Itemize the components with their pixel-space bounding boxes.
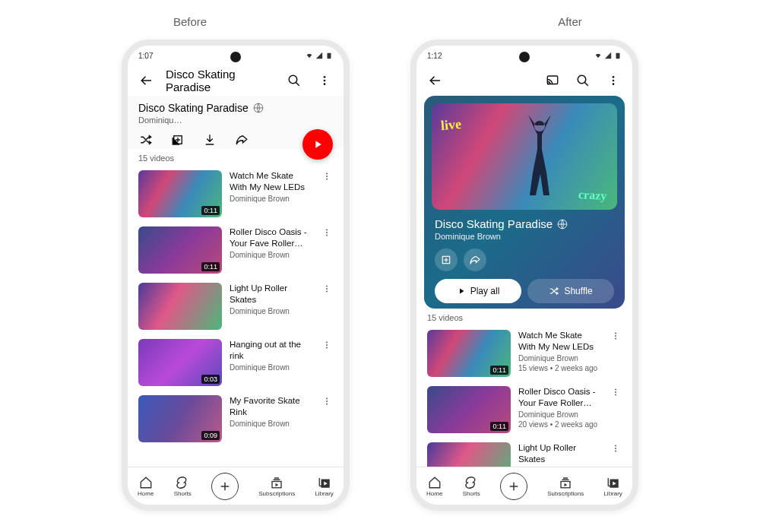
svg-point-20 xyxy=(326,401,328,402)
video-more-button[interactable] xyxy=(321,170,333,217)
nav-home[interactable]: Home xyxy=(426,476,442,497)
more-vert-icon xyxy=(322,397,331,406)
nav-library[interactable]: Library xyxy=(315,476,333,497)
video-thumbnail[interactable]: 0:11 xyxy=(427,386,511,433)
overflow-button[interactable] xyxy=(602,69,625,92)
download-button[interactable] xyxy=(202,132,217,147)
hero-thumbnail[interactable]: live crazy xyxy=(432,103,617,210)
search-button[interactable] xyxy=(572,69,594,92)
video-more-button[interactable] xyxy=(610,386,622,433)
label-before: Before xyxy=(76,15,304,28)
nav-subscriptions[interactable]: Subscriptions xyxy=(258,476,295,497)
more-vert-icon xyxy=(611,388,620,397)
more-vert-icon xyxy=(322,284,331,293)
video-row[interactable]: 0:09 My Favorite Skate Rink Dominique Br… xyxy=(128,391,344,447)
nav-create[interactable] xyxy=(211,473,239,500)
video-title: Light Up Roller Skates xyxy=(518,442,602,465)
video-thumbnail[interactable]: 0:11 xyxy=(427,330,511,377)
overflow-button[interactable] xyxy=(313,69,336,92)
video-more-button[interactable] xyxy=(321,339,333,386)
nav-create[interactable] xyxy=(500,473,527,500)
video-more-button[interactable] xyxy=(610,442,622,467)
back-button[interactable] xyxy=(424,69,447,92)
nav-subscriptions[interactable]: Subscriptions xyxy=(547,476,584,497)
svg-point-10 xyxy=(326,230,328,231)
video-thumbnail[interactable]: 0:03 xyxy=(138,339,222,386)
app-bar: Disco Skating Paradise xyxy=(128,65,344,96)
playlist-info: Disco Skating Paradise Dominiqu… xyxy=(128,96,344,128)
video-title: Roller Disco Oasis - Your Fave Roller Di… xyxy=(518,386,602,409)
video-title: Watch Me Skate With My New LEDs xyxy=(518,330,602,353)
nav-home-label: Home xyxy=(426,490,442,497)
search-button[interactable] xyxy=(283,69,306,92)
duration-badge: 0:11 xyxy=(201,206,220,215)
bottom-nav: Home Shorts Subscriptions Library xyxy=(416,467,632,505)
video-more-button[interactable] xyxy=(610,330,622,377)
more-vert-icon xyxy=(611,444,620,453)
video-thumbnail[interactable] xyxy=(138,283,222,330)
video-row[interactable]: Light Up Roller Skates Dominique Brown xyxy=(416,438,632,467)
cast-button[interactable] xyxy=(541,69,564,92)
video-row[interactable]: 0:11 Watch Me Skate With My New LEDs Dom… xyxy=(128,166,344,222)
svg-point-4 xyxy=(324,83,326,85)
video-row[interactable]: 0:11 Watch Me Skate With My New LEDs Dom… xyxy=(416,325,632,382)
hero-title: Disco Skating Paradise xyxy=(435,217,553,230)
video-thumbnail[interactable]: 0:11 xyxy=(138,170,222,217)
share-button[interactable] xyxy=(234,132,249,147)
video-author: Dominique Brown xyxy=(230,251,313,259)
svg-point-28 xyxy=(613,76,615,78)
svg-point-35 xyxy=(615,338,616,340)
svg-point-33 xyxy=(615,333,616,334)
shuffle-button[interactable] xyxy=(138,132,154,147)
video-row[interactable]: 0:11 Roller Disco Oasis - Your Fave Roll… xyxy=(416,382,632,438)
video-row[interactable]: Light Up Roller Skates Dominique Brown xyxy=(128,278,344,334)
svg-point-40 xyxy=(615,448,616,449)
video-row[interactable]: 0:11 Roller Disco Oasis - Your Fave Roll… xyxy=(128,222,344,278)
video-more-button[interactable] xyxy=(321,226,333,274)
playlist-hero: live crazy Disco Skating Paradise Domini… xyxy=(424,96,625,309)
video-author: Dominique Brown xyxy=(518,354,602,363)
search-icon xyxy=(576,74,590,87)
video-list[interactable]: 0:11 Watch Me Skate With My New LEDs Dom… xyxy=(416,325,632,467)
privacy-icon xyxy=(253,103,264,113)
library-icon xyxy=(606,476,620,489)
video-list[interactable]: 0:11 Watch Me Skate With My New LEDs Dom… xyxy=(128,166,344,467)
video-title: Roller Disco Oasis - Your Fave Roller Di… xyxy=(230,226,313,249)
status-time: 1:12 xyxy=(427,52,442,60)
video-thumbnail[interactable]: 0:09 xyxy=(138,395,222,442)
play-all-button[interactable]: Play all xyxy=(435,279,521,303)
svg-point-16 xyxy=(326,342,328,344)
shorts-icon xyxy=(464,476,478,489)
more-vert-icon xyxy=(322,228,331,237)
duration-badge: 0:11 xyxy=(201,262,220,271)
svg-point-12 xyxy=(326,235,328,236)
nav-home[interactable]: Home xyxy=(138,476,154,497)
nav-shorts[interactable]: Shorts xyxy=(463,476,480,497)
duration-badge: 0:03 xyxy=(201,375,220,384)
shuffle-label: Shuffle xyxy=(564,286,592,296)
share-button[interactable] xyxy=(464,249,486,271)
nav-library[interactable]: Library xyxy=(603,476,622,497)
video-title: Watch Me Skate With My New LEDs xyxy=(230,170,313,193)
back-button[interactable] xyxy=(135,69,158,92)
video-thumbnail[interactable]: 0:11 xyxy=(138,226,222,274)
video-row[interactable]: 0:03 Hanging out at the rink Dominique B… xyxy=(128,334,344,391)
save-button[interactable] xyxy=(435,249,458,271)
more-vert-icon xyxy=(318,74,331,87)
video-more-button[interactable] xyxy=(321,283,333,330)
video-stats: 15 views • 2 weeks ago xyxy=(518,364,602,372)
video-thumbnail[interactable] xyxy=(427,442,511,467)
nav-subs-label: Subscriptions xyxy=(547,490,584,497)
plus-icon xyxy=(507,480,521,493)
svg-point-15 xyxy=(326,291,328,293)
save-button[interactable] xyxy=(170,132,185,147)
nav-shorts[interactable]: Shorts xyxy=(174,476,192,497)
play-fab[interactable] xyxy=(302,129,333,160)
duration-badge: 0:11 xyxy=(490,366,508,375)
battery-icon xyxy=(325,52,333,59)
shuffle-button[interactable]: Shuffle xyxy=(527,279,614,303)
share-icon xyxy=(235,133,249,147)
subscriptions-icon xyxy=(270,476,283,489)
nav-library-label: Library xyxy=(603,490,622,497)
video-more-button[interactable] xyxy=(321,395,333,442)
